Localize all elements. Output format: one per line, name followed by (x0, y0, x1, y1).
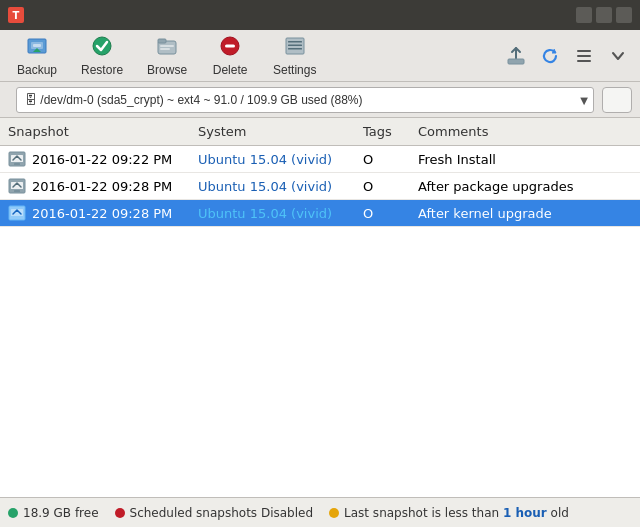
browse-button[interactable]: Browse (136, 34, 198, 78)
snapshot-cell: 2016-01-22 09:28 PM (0, 200, 190, 226)
scheduled-text: Scheduled snapshots Disabled (130, 506, 314, 520)
svg-rect-16 (577, 50, 591, 52)
app-icon: T (8, 7, 24, 23)
svg-rect-10 (225, 44, 235, 47)
more-button[interactable] (602, 40, 634, 72)
orange-dot-icon (329, 508, 339, 518)
status-free-space: 18.9 GB free (8, 506, 99, 520)
comments-cell: After kernel upgrade (410, 202, 640, 225)
system-cell: Ubuntu 15.04 (vivid) (190, 148, 355, 171)
close-button[interactable] (616, 7, 632, 23)
backup-label: Backup (17, 63, 57, 77)
system-value: Ubuntu 15.04 (vivid) (198, 206, 332, 221)
header-system: System (190, 122, 355, 141)
snapshot-icon (8, 177, 26, 195)
upload-button[interactable] (500, 40, 532, 72)
header-snapshot: Snapshot (0, 122, 190, 141)
header-tags: Tags (355, 122, 410, 141)
snapshot-date: 2016-01-22 09:22 PM (32, 152, 172, 167)
device-selector-wrapper[interactable]: 🗄 /dev/dm-0 (sda5_crypt) ~ ext4 ~ 91.0 /… (16, 87, 594, 113)
tags-cell: O (355, 175, 410, 198)
svg-rect-21 (14, 163, 20, 165)
refresh-button[interactable] (602, 87, 632, 113)
svg-rect-14 (288, 48, 302, 50)
delete-icon (219, 35, 241, 60)
svg-rect-24 (14, 190, 20, 192)
browse-label: Browse (147, 63, 187, 77)
red-dot-icon (115, 508, 125, 518)
table-body: 2016-01-22 09:22 PM Ubuntu 15.04 (vivid)… (0, 146, 640, 497)
system-value: Ubuntu 15.04 (vivid) (198, 152, 332, 167)
svg-rect-17 (577, 55, 591, 57)
comments-value: After package upgrades (418, 179, 573, 194)
settings-icon (284, 35, 306, 60)
browse-icon (156, 35, 178, 60)
device-bar: 🗄 /dev/dm-0 (sda5_crypt) ~ ext4 ~ 91.0 /… (0, 82, 640, 118)
table-row[interactable]: 2016-01-22 09:28 PM Ubuntu 15.04 (vivid)… (0, 200, 640, 227)
table-row[interactable]: 2016-01-22 09:28 PM Ubuntu 15.04 (vivid)… (0, 173, 640, 200)
svg-rect-2 (33, 44, 41, 47)
delete-label: Delete (213, 63, 248, 77)
tags-cell: O (355, 148, 410, 171)
restore-button[interactable]: Restore (70, 34, 134, 78)
snapshot-icon (8, 150, 26, 168)
comments-cell: After package upgrades (410, 175, 640, 198)
svg-rect-7 (160, 45, 174, 47)
settings-label: Settings (273, 63, 316, 77)
svg-rect-18 (577, 60, 591, 62)
system-cell: Ubuntu 15.04 (vivid) (190, 175, 355, 198)
restore-label: Restore (81, 63, 123, 77)
maximize-button[interactable] (596, 7, 612, 23)
refresh-toolbar-button[interactable] (534, 40, 566, 72)
backup-button[interactable]: Backup (6, 34, 68, 78)
comments-value: Fresh Install (418, 152, 496, 167)
minimize-button[interactable] (576, 7, 592, 23)
status-scheduled: Scheduled snapshots Disabled (115, 506, 314, 520)
free-space-text: 18.9 GB free (23, 506, 99, 520)
system-cell: Ubuntu 15.04 (vivid) (190, 202, 355, 225)
system-value: Ubuntu 15.04 (vivid) (198, 179, 332, 194)
settings-button[interactable]: Settings (262, 34, 327, 78)
window-controls[interactable] (576, 7, 632, 23)
titlebar: T (0, 0, 640, 30)
svg-rect-15 (508, 59, 524, 64)
table-row[interactable]: 2016-01-22 09:22 PM Ubuntu 15.04 (vivid)… (0, 146, 640, 173)
green-dot-icon (8, 508, 18, 518)
snapshot-table: Snapshot System Tags Comments 2016-01-22… (0, 118, 640, 497)
delete-button[interactable]: Delete (200, 34, 260, 78)
svg-point-4 (93, 37, 111, 55)
snapshot-icon (8, 204, 26, 222)
menu-button[interactable] (568, 40, 600, 72)
svg-rect-12 (288, 41, 302, 43)
device-select[interactable]: 🗄 /dev/dm-0 (sda5_crypt) ~ ext4 ~ 91.0 /… (16, 87, 594, 113)
svg-rect-8 (160, 48, 170, 50)
comments-cell: Fresh Install (410, 148, 640, 171)
last-snapshot-text: Last snapshot is less than 1 hour old (344, 506, 569, 520)
comments-value: After kernel upgrade (418, 206, 552, 221)
tags-value: O (363, 152, 373, 167)
titlebar-left: T (8, 7, 30, 23)
status-last-snapshot: Last snapshot is less than 1 hour old (329, 506, 569, 520)
toolbar: Backup Restore Browse D (0, 30, 640, 82)
tags-value: O (363, 179, 373, 194)
backup-icon (26, 35, 48, 60)
tags-cell: O (355, 202, 410, 225)
table-header: Snapshot System Tags Comments (0, 118, 640, 146)
svg-rect-13 (288, 44, 302, 46)
snapshot-date: 2016-01-22 09:28 PM (32, 206, 172, 221)
snapshot-date: 2016-01-22 09:28 PM (32, 179, 172, 194)
snapshot-cell: 2016-01-22 09:22 PM (0, 146, 190, 172)
statusbar: 18.9 GB free Scheduled snapshots Disable… (0, 497, 640, 527)
snapshot-cell: 2016-01-22 09:28 PM (0, 173, 190, 199)
svg-rect-27 (14, 217, 20, 219)
last-snapshot-highlight: 1 hour (503, 506, 547, 520)
restore-icon (91, 35, 113, 60)
svg-rect-6 (158, 39, 166, 43)
header-comments: Comments (410, 122, 640, 141)
tags-value: O (363, 206, 373, 221)
toolbar-end (500, 40, 634, 72)
